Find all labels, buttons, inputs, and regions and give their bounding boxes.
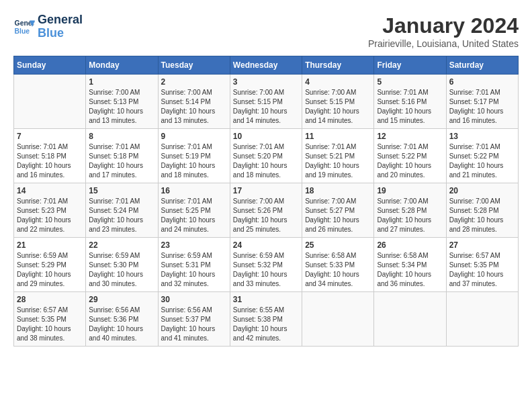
day-header-monday: Monday [86, 56, 158, 75]
day-cell: 5 Sunrise: 7:01 AMSunset: 5:16 PMDayligh… [374, 75, 446, 129]
day-info: Sunrise: 7:01 AMSunset: 5:21 PMDaylight:… [305, 142, 371, 180]
day-number: 4 [305, 77, 371, 87]
day-cell [374, 292, 446, 347]
day-cell: 14 Sunrise: 7:01 AMSunset: 5:23 PMDaylig… [14, 183, 86, 238]
day-info: Sunrise: 7:01 AMSunset: 5:19 PMDaylight:… [161, 142, 227, 180]
page-header: General Blue General Blue January 2024 P… [13, 13, 519, 49]
day-cell: 24 Sunrise: 6:59 AMSunset: 5:32 PMDaylig… [230, 238, 302, 292]
day-cell: 12 Sunrise: 7:01 AMSunset: 5:22 PMDaylig… [374, 129, 446, 183]
logo: General Blue General Blue [13, 13, 83, 40]
day-number: 13 [449, 132, 515, 141]
day-cell: 3 Sunrise: 7:00 AMSunset: 5:15 PMDayligh… [230, 75, 302, 129]
day-info: Sunrise: 7:00 AMSunset: 5:28 PMDaylight:… [377, 197, 443, 234]
day-cell [14, 75, 86, 129]
day-number: 2 [161, 77, 227, 87]
header-row: SundayMondayTuesdayWednesdayThursdayFrid… [14, 56, 519, 75]
calendar-table: SundayMondayTuesdayWednesdayThursdayFrid… [13, 56, 519, 347]
day-cell: 21 Sunrise: 6:59 AMSunset: 5:29 PMDaylig… [14, 238, 86, 292]
day-cell: 31 Sunrise: 6:55 AMSunset: 5:38 PMDaylig… [230, 292, 302, 347]
day-info: Sunrise: 7:01 AMSunset: 5:22 PMDaylight:… [449, 142, 515, 180]
day-info: Sunrise: 6:58 AMSunset: 5:34 PMDaylight:… [377, 251, 443, 289]
location: Prairieville, Louisiana, United States [368, 38, 519, 49]
day-cell: 25 Sunrise: 6:58 AMSunset: 5:33 PMDaylig… [302, 238, 374, 292]
day-number: 17 [233, 186, 299, 195]
day-number: 30 [161, 295, 227, 304]
week-row-1: 1 Sunrise: 7:00 AMSunset: 5:13 PMDayligh… [14, 75, 519, 129]
day-cell: 10 Sunrise: 7:01 AMSunset: 5:20 PMDaylig… [230, 129, 302, 183]
day-cell: 19 Sunrise: 7:00 AMSunset: 5:28 PMDaylig… [374, 183, 446, 238]
day-number: 14 [17, 186, 83, 195]
day-info: Sunrise: 7:01 AMSunset: 5:18 PMDaylight:… [89, 142, 154, 180]
day-cell [446, 292, 518, 347]
day-info: Sunrise: 7:00 AMSunset: 5:15 PMDaylight:… [233, 88, 299, 126]
day-number: 3 [233, 77, 299, 87]
logo-text: General Blue [38, 13, 83, 40]
day-info: Sunrise: 6:59 AMSunset: 5:32 PMDaylight:… [233, 251, 299, 289]
day-info: Sunrise: 7:01 AMSunset: 5:24 PMDaylight:… [89, 197, 154, 234]
day-header-tuesday: Tuesday [158, 56, 230, 75]
day-info: Sunrise: 6:55 AMSunset: 5:38 PMDaylight:… [233, 306, 299, 343]
day-cell: 28 Sunrise: 6:57 AMSunset: 5:35 PMDaylig… [14, 292, 86, 347]
day-info: Sunrise: 7:01 AMSunset: 5:16 PMDaylight:… [377, 88, 443, 126]
day-cell: 30 Sunrise: 6:56 AMSunset: 5:37 PMDaylig… [158, 292, 230, 347]
day-info: Sunrise: 7:00 AMSunset: 5:26 PMDaylight:… [233, 197, 299, 234]
day-number: 26 [377, 240, 443, 250]
day-cell: 6 Sunrise: 7:01 AMSunset: 5:17 PMDayligh… [446, 75, 518, 129]
day-cell: 13 Sunrise: 7:01 AMSunset: 5:22 PMDaylig… [446, 129, 518, 183]
day-number: 21 [17, 240, 83, 250]
day-number: 18 [305, 186, 371, 195]
day-cell: 15 Sunrise: 7:01 AMSunset: 5:24 PMDaylig… [86, 183, 158, 238]
day-cell: 2 Sunrise: 7:00 AMSunset: 5:14 PMDayligh… [158, 75, 230, 129]
day-number: 9 [161, 132, 227, 141]
day-cell [302, 292, 374, 347]
day-info: Sunrise: 7:01 AMSunset: 5:20 PMDaylight:… [233, 142, 299, 180]
day-cell: 27 Sunrise: 6:57 AMSunset: 5:35 PMDaylig… [446, 238, 518, 292]
day-info: Sunrise: 7:01 AMSunset: 5:23 PMDaylight:… [17, 197, 83, 234]
day-info: Sunrise: 7:00 AMSunset: 5:14 PMDaylight:… [161, 88, 227, 126]
day-info: Sunrise: 6:58 AMSunset: 5:33 PMDaylight:… [305, 251, 371, 289]
day-cell: 26 Sunrise: 6:58 AMSunset: 5:34 PMDaylig… [374, 238, 446, 292]
day-info: Sunrise: 6:59 AMSunset: 5:29 PMDaylight:… [17, 251, 83, 289]
day-number: 6 [449, 77, 515, 87]
day-cell: 7 Sunrise: 7:01 AMSunset: 5:18 PMDayligh… [14, 129, 86, 183]
day-number: 12 [377, 132, 443, 141]
day-number: 23 [161, 240, 227, 250]
day-cell: 1 Sunrise: 7:00 AMSunset: 5:13 PMDayligh… [86, 75, 158, 129]
day-number: 27 [449, 240, 515, 250]
day-number: 20 [449, 186, 515, 195]
day-number: 22 [89, 240, 154, 250]
day-number: 19 [377, 186, 443, 195]
day-number: 7 [17, 132, 83, 141]
month-title: January 2024 [368, 13, 519, 38]
day-info: Sunrise: 6:57 AMSunset: 5:35 PMDaylight:… [449, 251, 515, 289]
day-info: Sunrise: 7:01 AMSunset: 5:25 PMDaylight:… [161, 197, 227, 234]
day-header-thursday: Thursday [302, 56, 374, 75]
day-cell: 18 Sunrise: 7:00 AMSunset: 5:27 PMDaylig… [302, 183, 374, 238]
day-header-wednesday: Wednesday [230, 56, 302, 75]
day-info: Sunrise: 7:01 AMSunset: 5:17 PMDaylight:… [449, 88, 515, 126]
day-info: Sunrise: 6:56 AMSunset: 5:36 PMDaylight:… [89, 306, 154, 343]
day-info: Sunrise: 6:59 AMSunset: 5:31 PMDaylight:… [161, 251, 227, 289]
day-cell: 23 Sunrise: 6:59 AMSunset: 5:31 PMDaylig… [158, 238, 230, 292]
logo-icon: General Blue [13, 16, 35, 38]
day-cell: 17 Sunrise: 7:00 AMSunset: 5:26 PMDaylig… [230, 183, 302, 238]
day-info: Sunrise: 6:56 AMSunset: 5:37 PMDaylight:… [161, 306, 227, 343]
day-number: 25 [305, 240, 371, 250]
day-cell: 29 Sunrise: 6:56 AMSunset: 5:36 PMDaylig… [86, 292, 158, 347]
day-cell: 8 Sunrise: 7:01 AMSunset: 5:18 PMDayligh… [86, 129, 158, 183]
day-info: Sunrise: 7:00 AMSunset: 5:28 PMDaylight:… [449, 197, 515, 234]
day-number: 5 [377, 77, 443, 87]
day-header-sunday: Sunday [14, 56, 86, 75]
day-info: Sunrise: 7:00 AMSunset: 5:15 PMDaylight:… [305, 88, 371, 126]
day-number: 29 [89, 295, 154, 304]
day-number: 15 [89, 186, 154, 195]
day-number: 10 [233, 132, 299, 141]
day-info: Sunrise: 7:00 AMSunset: 5:27 PMDaylight:… [305, 197, 371, 234]
day-number: 31 [233, 295, 299, 304]
day-number: 16 [161, 186, 227, 195]
day-cell: 9 Sunrise: 7:01 AMSunset: 5:19 PMDayligh… [158, 129, 230, 183]
day-number: 8 [89, 132, 154, 141]
day-number: 24 [233, 240, 299, 250]
day-info: Sunrise: 6:57 AMSunset: 5:35 PMDaylight:… [17, 306, 83, 343]
day-info: Sunrise: 7:00 AMSunset: 5:13 PMDaylight:… [89, 88, 154, 126]
